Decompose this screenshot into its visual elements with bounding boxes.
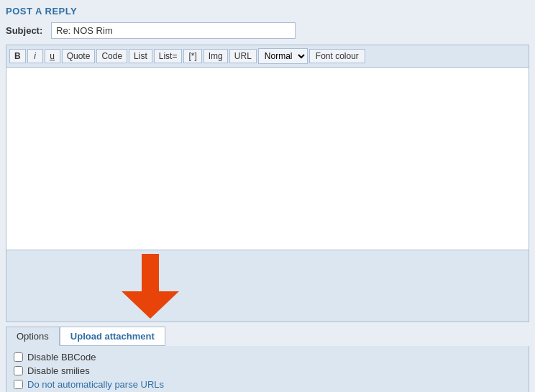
disable-bbcode-checkbox[interactable] xyxy=(14,352,23,362)
font-size-select[interactable]: Tiny Small Normal Large Huge xyxy=(258,48,308,64)
down-arrow-icon xyxy=(122,254,179,319)
bold-button[interactable]: B xyxy=(9,49,26,63)
page-title: POST A REPLY xyxy=(6,6,529,17)
disable-smilies-label: Disable smilies xyxy=(27,365,90,376)
arrow-area xyxy=(6,250,529,322)
tabs-row: Options Upload attachment xyxy=(6,327,529,346)
svg-marker-1 xyxy=(122,291,179,319)
code-button[interactable]: Code xyxy=(96,49,127,63)
list-button[interactable]: List xyxy=(129,49,152,63)
subject-label: Subject: xyxy=(6,25,45,36)
quote-button[interactable]: Quote xyxy=(62,49,96,63)
subject-row: Subject: xyxy=(6,22,529,39)
tab-upload[interactable]: Upload attachment xyxy=(60,327,165,346)
img-button[interactable]: Img xyxy=(204,49,228,63)
message-textarea[interactable] xyxy=(6,67,529,250)
toolbar: B i u Quote Code List List= [*] Img URL … xyxy=(6,45,529,67)
underline-button[interactable]: u xyxy=(45,49,60,63)
subject-input[interactable] xyxy=(51,22,296,39)
disable-smilies-checkbox[interactable] xyxy=(14,366,23,375)
italic-button[interactable]: i xyxy=(27,49,43,63)
star-button[interactable]: [*] xyxy=(183,49,201,63)
no-parse-urls-label: Do not automatically parse URLs xyxy=(27,379,164,390)
disable-bbcode-label: Disable BBCode xyxy=(27,352,96,363)
tab-options[interactable]: Options xyxy=(6,327,60,346)
no-parse-urls-checkbox[interactable] xyxy=(14,380,23,389)
option-disable-smilies: Disable smilies xyxy=(14,365,521,376)
svg-rect-0 xyxy=(142,254,159,291)
options-panel: Disable BBCode Disable smilies Do not au… xyxy=(6,346,529,392)
font-color-button[interactable]: Font colour xyxy=(309,49,365,63)
option-no-parse-urls: Do not automatically parse URLs xyxy=(14,379,521,390)
url-button[interactable]: URL xyxy=(229,49,257,63)
list-eq-button[interactable]: List= xyxy=(154,49,183,63)
option-disable-bbcode: Disable BBCode xyxy=(14,352,521,363)
